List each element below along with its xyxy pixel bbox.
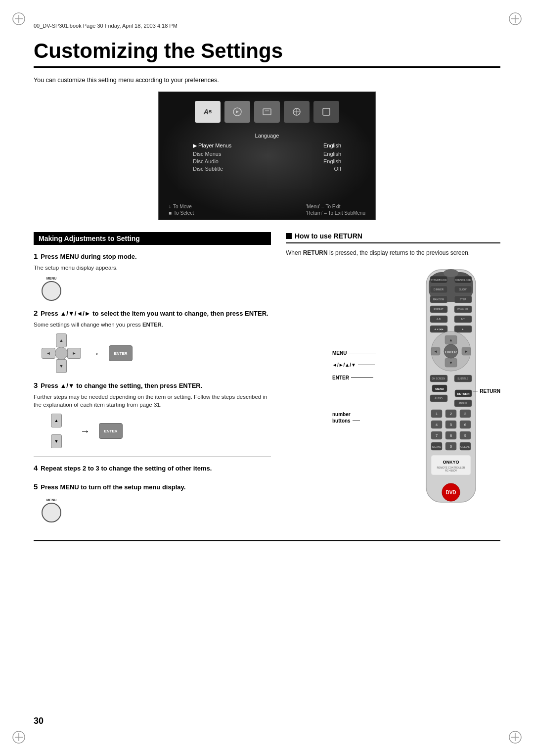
svg-text:4: 4 <box>436 423 438 427</box>
step-4: 4 Repeat steps 2 to 3 to change the sett… <box>34 464 271 474</box>
step-3: 3 Press ▲/▼ to change the setting, then … <box>34 381 271 448</box>
screenshot-menu-row-1: Disc MenusEnglish <box>193 151 341 157</box>
svg-text:MEMO: MEMO <box>432 445 442 448</box>
step-3-desc: Further steps may be needed depending on… <box>34 393 271 409</box>
svg-text:2: 2 <box>450 412 452 416</box>
svg-text:3: 3 <box>464 412 467 416</box>
bottom-divider <box>34 540 500 541</box>
screenshot-menu-row-0: ▶ Player MenusEnglish <box>193 142 341 149</box>
svg-text:SLOW: SLOW <box>459 288 467 291</box>
svg-text:OPEN/CLOSE: OPEN/CLOSE <box>455 279 471 282</box>
screenshot-menu-row-3: Disc SubtitleOff <box>193 166 341 172</box>
svg-text:0: 0 <box>450 444 452 449</box>
menu-icon-3 <box>254 101 280 123</box>
step-5-title: Press MENU to turn off the setup menu di… <box>41 483 185 492</box>
enter-button-2: ENTER <box>109 345 133 361</box>
arrow-right-2: → <box>90 348 100 359</box>
menu-icon-4 <box>284 101 310 123</box>
step-2-illustration: ▲ ▼ ◄ ► → ENTER <box>42 333 271 373</box>
divider-4 <box>34 456 271 457</box>
dpad-illustration: ▲ ▼ ◄ ► <box>42 333 81 373</box>
screenshot-menu-row-2: Disc AudioEnglish <box>193 158 341 164</box>
corner-mark-bl <box>9 727 29 747</box>
step-5: 5 Press MENU to turn off the setup menu … <box>34 482 271 522</box>
svg-text:MENU: MENU <box>435 387 444 390</box>
svg-text:RC-456DV: RC-456DV <box>445 469 457 472</box>
svg-point-21 <box>444 269 458 277</box>
step-1-number: 1 <box>34 252 38 261</box>
svg-rect-13 <box>263 109 271 115</box>
return-desc: When RETURN is pressed, the display retu… <box>286 248 500 257</box>
step-2: 2 Press ▲/▼/◄/► to select the item you w… <box>34 309 271 373</box>
step-2-desc: Some settings will change when you press… <box>34 321 271 329</box>
screenshot-menu-header: Language <box>193 133 341 139</box>
svg-text:►: ► <box>462 328 464 331</box>
screenshot-footer: ↕To Move ■To Select 'Menu' – To Exit 'Re… <box>169 204 365 216</box>
updown-illustration: ▲ ▼ <box>42 414 71 448</box>
page-title: Customizing the Settings <box>34 40 500 68</box>
menu-icons-row: AB <box>195 101 339 123</box>
svg-text:►: ► <box>464 349 468 354</box>
svg-text:DVD: DVD <box>445 490 456 495</box>
svg-text:6: 6 <box>464 423 467 427</box>
svg-text:STANDBY/ON: STANDBY/ON <box>431 279 447 282</box>
menu-icon-2 <box>224 101 250 123</box>
step-5-number: 5 <box>34 482 38 491</box>
svg-text:REPEAT: REPEAT <box>434 308 444 311</box>
svg-text:ON SCREEN: ON SCREEN <box>432 378 445 380</box>
menu-button-1 <box>42 281 61 301</box>
menu-icon-5 <box>313 101 339 123</box>
section-heading: Making Adjustments to Setting <box>34 232 271 245</box>
svg-text:ANGLE: ANGLE <box>459 402 468 405</box>
svg-text:▼: ▼ <box>449 361 453 365</box>
svg-text:◄◄  ▶▶: ◄◄ ▶▶ <box>434 328 443 331</box>
left-column: Making Adjustments to Setting 1 Press ME… <box>34 232 271 530</box>
svg-text:7: 7 <box>436 433 438 438</box>
svg-text:ONKYO: ONKYO <box>443 460 459 465</box>
svg-text:8: 8 <box>450 433 452 438</box>
enter-button-3: ENTER <box>99 423 123 439</box>
screenshot-area: AB Language ▶ Player MenusEnglish <box>158 92 376 220</box>
nav-label: ◄/►/▲/▼ <box>332 362 375 368</box>
right-column: How to use RETURN When RETURN is pressed… <box>286 232 500 530</box>
step-1-desc: The setup menu display appears. <box>34 264 271 272</box>
return-label: RETURN <box>473 388 500 394</box>
svg-text:1: 1 <box>436 412 438 416</box>
step-4-title: Repeat steps 2 to 3 to change the settin… <box>41 465 212 473</box>
svg-text:5: 5 <box>450 423 452 427</box>
svg-text:DIMMER: DIMMER <box>434 288 444 291</box>
page-number: 30 <box>34 716 44 726</box>
menu-icon-language: AB <box>195 101 221 123</box>
step-3-number: 3 <box>34 381 38 390</box>
menu-label: MENU <box>332 350 376 356</box>
file-info: 00_DV-SP301.book Page 30 Friday, April 1… <box>34 23 178 29</box>
svg-rect-93 <box>431 455 471 475</box>
enter-label: ENTER <box>332 375 373 380</box>
corner-mark-tr <box>505 9 525 29</box>
step-5-illustration: MENU <box>42 498 271 522</box>
arrow-right-3: → <box>80 425 90 437</box>
return-section-heading: How to use RETURN <box>286 232 500 243</box>
svg-text:▲: ▲ <box>449 338 453 342</box>
svg-text:RETURN: RETURN <box>457 392 470 395</box>
step-1-title: Press MENU during stop mode. <box>41 253 136 261</box>
corner-mark-br <box>505 727 525 747</box>
svg-text:RANDOM: RANDOM <box>433 298 444 301</box>
svg-text:STEP: STEP <box>459 298 466 301</box>
intro-text: You can customize this setting menu acco… <box>34 77 500 84</box>
step-2-number: 2 <box>34 309 38 318</box>
svg-rect-18 <box>323 108 330 115</box>
svg-text:SUBTITLE: SUBTITLE <box>457 378 468 380</box>
svg-text:CLEAR: CLEAR <box>460 445 471 448</box>
step-1: 1 Press MENU during stop mode. The setup… <box>34 252 271 301</box>
step-3-title: Press ▲/▼ to change the setting, then pr… <box>41 382 202 390</box>
menu-button-5 <box>42 503 61 522</box>
corner-mark-tl <box>9 9 29 29</box>
step-1-illustration: MENU <box>42 277 271 301</box>
step-2-title: Press ▲/▼/◄/► to select the item you wan… <box>41 310 268 318</box>
svg-text:9: 9 <box>464 433 467 438</box>
svg-text:◄: ◄ <box>434 349 438 354</box>
black-square-icon <box>286 233 292 239</box>
remote-container: STANDBY/ON OPEN/CLOSE DIMMER SLOW RANDOM… <box>286 267 500 520</box>
svg-text:ENTER: ENTER <box>445 350 457 354</box>
